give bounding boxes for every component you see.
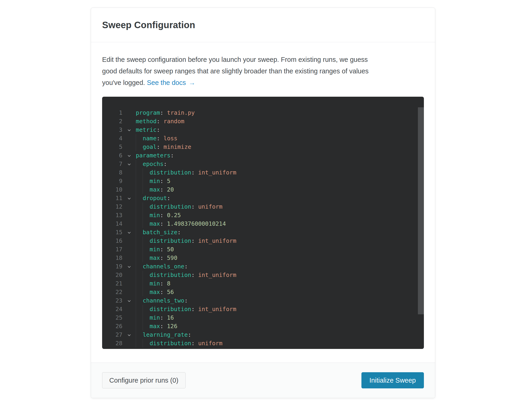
code-text: channels_two: xyxy=(136,297,188,304)
indent-guide xyxy=(136,211,143,220)
yaml-value: 0.25 xyxy=(167,212,181,219)
yaml-key: metric xyxy=(136,127,156,133)
editor-scrollbar-thumb[interactable] xyxy=(418,107,424,314)
line-number: 16 xyxy=(102,237,123,245)
line-number: 23 xyxy=(102,296,123,305)
line-number: 21 xyxy=(102,279,123,288)
chevron-down-icon xyxy=(127,265,131,269)
yaml-key: min xyxy=(150,314,160,321)
line-number: 5 xyxy=(102,143,123,151)
code-text: max: 1.498376000010214 xyxy=(136,220,226,227)
yaml-key: batch_size xyxy=(143,229,178,236)
sweep-config-editor[interactable]: 1program: train.py2method: random3metric… xyxy=(102,97,424,349)
line-number: 18 xyxy=(102,254,123,262)
code-line: 11dropout: xyxy=(102,194,424,202)
code-text: metric: xyxy=(136,127,160,133)
code-text: epochs: xyxy=(136,161,167,167)
line-number: 22 xyxy=(102,288,123,296)
yaml-colon: : xyxy=(156,144,160,150)
fold-toggle[interactable] xyxy=(123,126,136,134)
code-text: min: 50 xyxy=(136,246,174,253)
yaml-key: parameters xyxy=(136,152,171,159)
chevron-down-icon xyxy=(127,230,131,235)
code-line: 15batch_size: xyxy=(102,228,424,237)
yaml-key: learning_rate xyxy=(143,332,188,338)
indent-guide xyxy=(136,143,143,151)
line-number: 9 xyxy=(102,177,123,185)
yaml-colon: : xyxy=(191,238,195,244)
sweep-configuration-modal: Sweep Configuration Edit the sweep confi… xyxy=(91,8,435,398)
yaml-colon: : xyxy=(156,135,160,142)
fold-toggle[interactable] xyxy=(123,331,136,339)
indent-guide xyxy=(143,271,150,279)
indent-guide xyxy=(136,228,143,237)
line-number: 1 xyxy=(102,109,123,117)
line-number: 27 xyxy=(102,331,123,339)
see-the-docs-link[interactable]: See the docs→ xyxy=(147,79,195,86)
code-line: 13min: 0.25 xyxy=(102,211,424,220)
description: Edit the sweep configuration before you … xyxy=(102,54,424,88)
code-line: 19channels_one: xyxy=(102,262,424,271)
code-text: parameters: xyxy=(136,152,174,159)
code-line: 17min: 50 xyxy=(102,245,424,254)
initialize-sweep-button[interactable]: Initialize Sweep xyxy=(361,372,424,388)
indent-guide xyxy=(143,322,150,331)
yaml-value: minimize xyxy=(164,144,191,150)
description-line-2: good defaults for sweep ranges that are … xyxy=(102,67,368,75)
code-line: 20distribution: int_uniform xyxy=(102,271,424,279)
yaml-value: uniform xyxy=(198,340,222,347)
line-number: 17 xyxy=(102,245,123,254)
indent-guide xyxy=(136,305,143,313)
code-line: 6parameters: xyxy=(102,151,424,160)
line-number: 7 xyxy=(102,160,123,168)
indent-guide xyxy=(136,194,143,202)
indent-guide xyxy=(136,185,143,194)
indent-guide xyxy=(136,288,143,296)
chevron-down-icon xyxy=(127,196,131,201)
yaml-value: 50 xyxy=(167,246,174,253)
fold-toggle[interactable] xyxy=(123,194,136,202)
fold-toggle[interactable] xyxy=(123,228,136,237)
yaml-colon: : xyxy=(191,272,195,278)
indent-guide xyxy=(143,211,150,220)
yaml-key: channels_one xyxy=(143,263,184,270)
fold-toggle[interactable] xyxy=(123,160,136,168)
code-text: min: 0.25 xyxy=(136,212,181,219)
code-text: learning_rate: xyxy=(136,332,191,338)
yaml-colon: : xyxy=(160,314,164,321)
code-text: channels_one: xyxy=(136,263,188,270)
yaml-key: max xyxy=(150,186,160,193)
yaml-value: 56 xyxy=(167,289,174,295)
yaml-key: min xyxy=(150,212,160,219)
yaml-value: 16 xyxy=(167,314,174,321)
fold-toggle[interactable] xyxy=(123,151,136,160)
code-line: 18max: 590 xyxy=(102,254,424,262)
code-line: 7epochs: xyxy=(102,160,424,168)
yaml-value: int_uniform xyxy=(198,169,237,176)
page-title: Sweep Configuration xyxy=(102,20,195,30)
code-text: distribution: int_uniform xyxy=(136,169,236,176)
yaml-value: train.py xyxy=(167,109,195,116)
yaml-colon: : xyxy=(160,220,164,227)
line-number: 28 xyxy=(102,339,123,348)
yaml-colon: : xyxy=(191,203,195,210)
yaml-colon: : xyxy=(160,280,164,287)
see-the-docs-label: See the docs xyxy=(147,79,186,86)
fold-toggle[interactable] xyxy=(123,296,136,305)
configure-prior-runs-button[interactable]: Configure prior runs (0) xyxy=(102,372,186,388)
yaml-key: channels_two xyxy=(143,297,184,304)
yaml-key: dropout xyxy=(143,195,167,202)
fold-toggle[interactable] xyxy=(123,262,136,271)
yaml-key: distribution xyxy=(150,306,191,313)
code-line: 27learning_rate: xyxy=(102,331,424,339)
indent-guide xyxy=(136,279,143,288)
line-number: 20 xyxy=(102,271,123,279)
indent-guide xyxy=(143,220,150,228)
yaml-value: int_uniform xyxy=(198,306,237,313)
indent-guide xyxy=(143,288,150,296)
code-line: 24distribution: int_uniform xyxy=(102,305,424,313)
description-line-1: Edit the sweep configuration before you … xyxy=(102,56,368,63)
yaml-colon: : xyxy=(156,118,160,125)
indent-guide xyxy=(136,202,143,211)
yaml-colon: : xyxy=(191,169,195,176)
